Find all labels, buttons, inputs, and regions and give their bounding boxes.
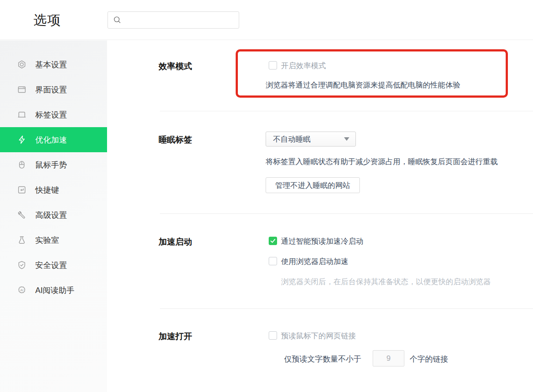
efficiency-mode-checkbox[interactable] (269, 61, 277, 70)
sidebar-item-ai-reader[interactable]: AI AI阅读助手 (0, 278, 107, 303)
sidebar-item-label: 安全设置 (35, 260, 67, 271)
sidebar-item-label: 标签设置 (35, 110, 67, 120)
sidebar-item-label: 实验室 (35, 235, 59, 245)
checkmark-icon (270, 238, 276, 244)
sidebar-item-label: 界面设置 (35, 84, 67, 95)
preload-rule-suffix: 个字的链接 (410, 354, 448, 364)
options-page: 选项 基本设置 (0, 0, 533, 392)
sidebar-item-laboratory[interactable]: 实验室 (0, 227, 107, 253)
hotkey-icon (17, 185, 26, 195)
sidebar-item-interface-settings[interactable]: 界面设置 (0, 77, 107, 102)
sidebar-item-advanced-settings[interactable]: 高级设置 (0, 202, 107, 227)
lightning-icon (17, 135, 26, 145)
sidebar-item-label: 优化加速 (35, 135, 67, 145)
section-label-efficiency-mode: 效率模式 (159, 61, 192, 72)
mouse-icon (17, 160, 26, 170)
header: 选项 (0, 0, 533, 40)
sidebar-item-tab-settings[interactable]: 标签设置 (0, 102, 107, 127)
chevron-down-icon (344, 137, 349, 141)
section-divider (160, 213, 533, 214)
search-input[interactable] (122, 12, 239, 28)
sidebar-item-label: 鼠标手势 (35, 160, 67, 170)
section-label-sleep-tabs: 睡眠标签 (159, 134, 192, 146)
min-chars-input[interactable]: 9 (373, 350, 404, 366)
sleep-tabs-description: 将标签置入睡眠状态有助于减少资源占用，睡眠恢复后页面会进行重载 (266, 157, 498, 167)
efficiency-mode-checkbox-label[interactable]: 开启效率模式 (281, 61, 326, 71)
shield-icon (17, 260, 26, 270)
efficiency-mode-description: 浏览器将通过合理调配电脑资源来提高低配电脑的性能体验 (266, 80, 460, 90)
preload-links-checkbox[interactable] (269, 331, 277, 340)
sidebar: 基本设置 界面设置 (0, 40, 107, 392)
preload-rule-prefix: 仅预读文字数量不小于 (284, 354, 361, 364)
browser-startup-boost-checkbox[interactable] (269, 257, 277, 265)
sidebar-item-label: 基本设置 (35, 59, 67, 70)
window-icon (17, 85, 26, 95)
preload-links-checkbox-label[interactable]: 预读鼠标下的网页链接 (281, 331, 356, 341)
manage-no-sleep-sites-button[interactable]: 管理不进入睡眠的网站 (266, 177, 360, 193)
sidebar-item-label: 高级设置 (35, 210, 67, 220)
section-divider (160, 308, 533, 309)
sleep-mode-dropdown-value: 不自动睡眠 (273, 134, 344, 144)
page-title: 选项 (33, 11, 61, 29)
sidebar-item-label: AI阅读助手 (35, 285, 74, 296)
smart-preload-checkbox-label[interactable]: 通过智能预读加速冷启动 (281, 236, 363, 246)
gear-icon (17, 60, 26, 70)
browser-startup-boost-checkbox-label[interactable]: 使用浏览器启动加速 (281, 256, 348, 267)
section-label-speedup-open: 加速打开 (159, 331, 192, 342)
svg-text:AI: AI (20, 288, 23, 292)
startup-boost-hint: 浏览器关闭后，在后台保持其准备状态，以便更快的启动浏览器 (281, 277, 491, 287)
tab-icon (17, 110, 26, 120)
sidebar-item-mouse-gestures[interactable]: 鼠标手势 (0, 152, 107, 177)
sidebar-nav: 基本设置 界面设置 (0, 52, 107, 303)
ai-reader-icon: AI (17, 286, 26, 295)
annotation-highlight-box (236, 49, 508, 98)
sidebar-item-optimization[interactable]: 优化加速 (0, 127, 107, 152)
sidebar-item-security-settings[interactable]: 安全设置 (0, 253, 107, 278)
section-divider (160, 111, 533, 111)
search-box[interactable] (107, 11, 239, 29)
sidebar-item-basic-settings[interactable]: 基本设置 (0, 52, 107, 77)
search-icon (113, 16, 122, 24)
wrench-icon (17, 210, 26, 220)
flask-icon (17, 235, 26, 245)
sidebar-item-hotkeys[interactable]: 快捷键 (0, 177, 107, 202)
section-label-speedup-startup: 加速启动 (159, 236, 192, 248)
smart-preload-checkbox[interactable] (269, 237, 277, 245)
sidebar-item-label: 快捷键 (35, 185, 59, 195)
sleep-mode-dropdown[interactable]: 不自动睡眠 (266, 132, 356, 147)
